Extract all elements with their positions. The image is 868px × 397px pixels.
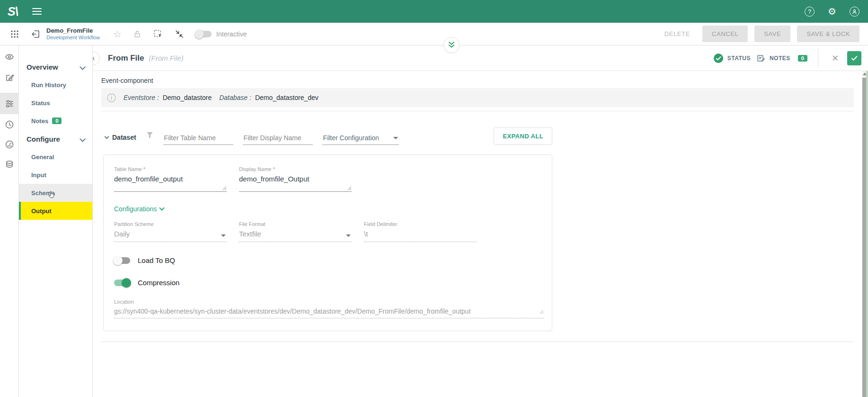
config-nav-panel: Overview Run History Status Notes 0 Conf…	[19, 45, 93, 397]
scroll-up-arrow-icon[interactable]	[863, 72, 867, 75]
filter-funnel-icon[interactable]	[146, 131, 154, 145]
chevron-down-icon	[80, 136, 86, 142]
favorite-star-icon[interactable]: ☆	[113, 28, 122, 40]
close-panel-icon[interactable]: ✕	[829, 53, 841, 63]
datastore-icon[interactable]	[0, 155, 19, 174]
expand-panel-double-chevron-button[interactable]	[443, 37, 460, 53]
database-label: Database :	[219, 94, 251, 101]
filter-display-name-input[interactable]	[243, 132, 313, 145]
expand-all-button[interactable]: EXPAND ALL	[494, 127, 552, 145]
info-icon	[107, 93, 116, 102]
panel-content: Event-component Eventstore : Demo_datast…	[93, 71, 868, 397]
nav-item-status[interactable]: Status	[19, 94, 92, 112]
divider	[818, 49, 818, 68]
status-button[interactable]: STATUS	[713, 53, 751, 63]
preview-eye-icon[interactable]	[0, 47, 19, 66]
compression-label: Compression	[138, 279, 179, 287]
profile-icon[interactable]	[850, 7, 859, 17]
interactive-toggle[interactable]	[195, 31, 212, 37]
settings-gear-icon[interactable]: ⚙	[828, 7, 836, 16]
app-logo[interactable]: S\	[8, 5, 18, 18]
nav-item-schema[interactable]: Schema	[19, 184, 92, 202]
resize-handle-icon[interactable]	[222, 186, 227, 190]
nav-item-general[interactable]: General	[19, 148, 92, 166]
partition-scheme-select[interactable]: Partition Scheme Daily	[114, 221, 227, 242]
help-icon[interactable]: ?	[805, 7, 815, 17]
configurations-section-toggle[interactable]: Configurations	[114, 205, 541, 213]
dataset-card: Table Name * demo_fromfile_output Displa…	[103, 154, 552, 331]
dropdown-arrow-icon	[393, 137, 398, 139]
divider	[101, 111, 854, 111]
notes-icon	[756, 54, 766, 63]
chevron-down-icon	[80, 64, 86, 70]
workflow-title: Demo_FromFile	[46, 27, 100, 35]
nav-item-notes[interactable]: Notes 0	[19, 112, 92, 130]
save-and-lock-button[interactable]: SAVE & LOCK	[797, 26, 859, 42]
field-delimiter-field[interactable]: Field Delimiter \t	[364, 221, 477, 242]
dropdown-arrow-icon	[346, 235, 351, 237]
dataset-section-toggle[interactable]: Dataset	[105, 134, 136, 145]
marquee-select-icon[interactable]	[153, 29, 163, 39]
file-format-select[interactable]: File Format Textfile	[239, 221, 352, 242]
load-to-bq-toggle[interactable]	[114, 257, 130, 264]
divider	[101, 342, 854, 342]
scrollbar-thumb[interactable]	[862, 78, 866, 397]
panel-notes-count-badge: 0	[798, 55, 807, 62]
chevron-down-icon	[159, 205, 165, 210]
eventstore-label: Eventstore :	[124, 94, 159, 101]
double-chevron-down-icon	[448, 41, 455, 49]
nav-section-configure[interactable]: Configure	[19, 130, 92, 148]
component-panel: « From File (From File) STATUS NOTES 0 ✕…	[93, 45, 868, 397]
app-bar: S\ ? ⚙	[0, 0, 868, 23]
workflow-toolbar: Demo_FromFile Development Workflow ☆ Int…	[0, 23, 868, 45]
nav-section-overview[interactable]: Overview	[19, 58, 92, 76]
delete-button[interactable]: DELETE	[659, 26, 696, 42]
hamburger-menu-icon[interactable]	[32, 6, 42, 17]
eventstore-info-bar: Eventstore : Demo_datastore Database : D…	[101, 88, 854, 107]
save-button[interactable]: SAVE	[754, 26, 790, 42]
collapse-arrows-icon[interactable]	[175, 29, 184, 39]
confirm-check-button[interactable]	[847, 51, 861, 65]
resize-handle-icon[interactable]	[347, 186, 352, 190]
nav-item-input[interactable]: Input	[19, 166, 92, 184]
section-label: Event-component	[101, 77, 854, 84]
history-clock-icon[interactable]	[0, 115, 19, 134]
edit-compose-icon[interactable]	[0, 68, 19, 87]
vertical-scrollbar[interactable]	[862, 71, 868, 397]
database-value: Demo_datastore_dev	[255, 94, 319, 101]
icon-rail	[0, 45, 19, 397]
notes-count-badge: 0	[52, 117, 62, 124]
resize-handle-icon	[540, 310, 544, 314]
compression-toggle[interactable]	[114, 280, 130, 286]
chevron-down-icon	[105, 134, 109, 139]
dataset-filter-row: Dataset Filter Configuration EXPAND ALL	[105, 127, 552, 145]
interactive-label: Interactive	[216, 30, 247, 38]
filter-table-name-input[interactable]	[163, 132, 233, 145]
check-icon	[850, 54, 859, 63]
apps-grid-icon[interactable]	[6, 30, 24, 38]
filter-configuration-select[interactable]: Filter Configuration	[322, 132, 399, 145]
panel-title: From File	[108, 54, 144, 63]
eventstore-value: Demo_datastore	[163, 94, 212, 101]
status-check-icon	[713, 53, 724, 63]
display-name-field[interactable]: Display Name * demo_fromfile_Output	[239, 166, 352, 192]
cancel-button[interactable]: CANCEL	[702, 26, 748, 42]
exit-workflow-icon[interactable]	[30, 29, 41, 39]
workflow-subtitle: Development Workflow	[46, 35, 100, 41]
nav-item-run-history[interactable]: Run History	[19, 76, 92, 94]
panel-subtitle: (From File)	[149, 54, 184, 62]
process-settings-icon[interactable]	[0, 93, 19, 114]
notes-button[interactable]: NOTES 0	[756, 54, 807, 63]
component-panel-header: « From File (From File) STATUS NOTES 0 ✕	[93, 45, 868, 71]
load-to-bq-label: Load To BQ	[138, 256, 175, 264]
monitor-gauge-icon[interactable]	[0, 135, 19, 154]
location-field: Location gs://syn400-qa-kubernetes/syn-c…	[114, 299, 544, 318]
nav-item-output[interactable]: Output	[19, 202, 92, 220]
table-name-field[interactable]: Table Name * demo_fromfile_output	[114, 166, 227, 192]
dropdown-arrow-icon	[221, 235, 226, 237]
unlock-icon[interactable]	[133, 30, 142, 38]
